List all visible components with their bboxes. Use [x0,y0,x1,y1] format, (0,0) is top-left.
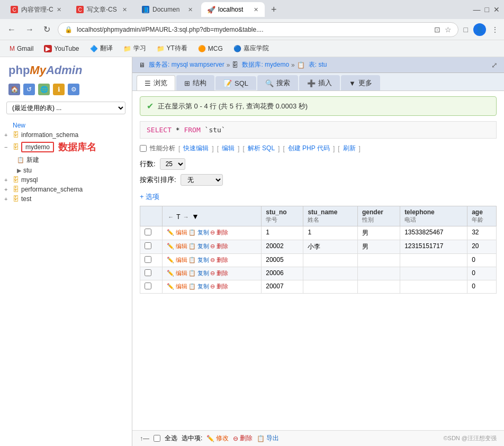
row-copy-button[interactable]: 📋 复制 [188,242,209,250]
row-copy-button[interactable]: 📋 复制 [188,256,209,264]
row-edit-button[interactable]: ✏️ 编辑 [167,229,187,236]
row-delete-button[interactable]: ⊖ 删除 [210,242,228,250]
sql-table-name: `stu` [205,126,226,134]
th-gender[interactable]: gender 性别 [358,206,400,226]
tab-browse[interactable]: ☰ 浏览 [137,75,175,90]
db-item-performance-schema[interactable]: + 🗄 performance_schema [0,185,132,194]
row-count-select[interactable]: 25 [160,158,185,170]
sidebar-item-new-table[interactable]: 📋 新建 [0,154,132,166]
row-checkbox[interactable] [145,256,151,263]
sort-select[interactable]: 无 [181,174,223,186]
row-checkbox[interactable] [145,283,151,289]
close-button[interactable]: ✕ [493,5,500,14]
menu-icon[interactable]: ⋮ [491,25,499,34]
bookmark-mcg[interactable]: 🟠 MCG [194,44,227,53]
refresh-link[interactable]: 刷新 [343,144,356,153]
row-edit-button[interactable]: ✏️ 编辑 [167,283,187,290]
row-delete-button[interactable]: ⊖ 删除 [210,269,228,277]
row-edit-button[interactable]: ✏️ 编辑 [167,269,187,277]
tab-insert[interactable]: ➕ 插入 [299,75,340,90]
tab-2[interactable]: C 写文章-CS ✕ [70,2,133,17]
tab-structure[interactable]: ⊞ 结构 [176,75,214,90]
row-checkbox[interactable] [145,242,151,249]
create-php-link[interactable]: 创建 PHP 代码 [288,144,330,153]
row-copy-button[interactable]: 📋 复制 [188,269,209,277]
edit-link[interactable]: 编辑 [222,144,235,153]
tab-insert-label: 插入 [318,78,332,88]
address-input[interactable]: 🔒 localhost/phpmyadmin/#PMAURL-3:sql.php… [58,22,458,37]
quick-edit-link[interactable]: 快速编辑 [183,144,209,153]
th-telephone[interactable]: telephone 电话 [400,206,467,226]
tab-4[interactable]: 🚀 localhost ✕ [201,2,265,17]
export-button[interactable]: 📋 导出 [257,434,279,443]
bookmark-jiayin-label: 嘉应学院 [244,44,269,53]
bottom-bar: ↑— 全选 选中项: ✏️ 修改 ⊖ 删除 📋 导出 ©SDN @汪汪想变强 [132,430,504,446]
refresh-button[interactable]: ↻ [41,22,52,37]
bookmark-study[interactable]: 📁 学习 [119,43,150,54]
th-stu-no[interactable]: stu_no 学号 [262,206,303,226]
settings-icon[interactable]: ⚙ [68,84,79,95]
row-copy-button[interactable]: 📋 复制 [188,283,209,290]
row-edit-button[interactable]: ✏️ 编辑 [167,256,187,264]
row-checkbox[interactable] [145,269,151,276]
tab-1[interactable]: C 内容管理-C ✕ [4,2,68,17]
parse-sql-link[interactable]: 解析 SQL [248,144,275,153]
forward-button[interactable]: → [23,23,36,37]
breadcrumb-server[interactable]: 服务器: mysql wampserver [149,60,224,69]
db-item-mysql[interactable]: + 🗄 mysql [0,175,132,185]
row-copy-button[interactable]: 📋 复制 [188,229,209,236]
reload-icon[interactable]: ↺ [23,84,35,95]
delete-button[interactable]: ⊖ 删除 [233,434,253,443]
tab-3-close[interactable]: ✕ [188,6,193,13]
bookmark-jiayin[interactable]: 🔵 嘉应学院 [229,43,273,54]
bookmark-translate[interactable]: 🔷 翻译 [86,43,117,54]
bookmark-gmail[interactable]: M Gmail [5,44,38,53]
tab-search[interactable]: 🔍 搜索 [257,75,298,90]
profile-icon[interactable]: 👤 [473,23,486,36]
modify-button[interactable]: ✏️ 修改 [206,434,229,443]
bookmark-yt[interactable]: 📁 YT待看 [152,43,192,54]
back-button[interactable]: ← [5,23,18,37]
cell-stu-name: 小李 [303,240,358,254]
breadcrumb-table[interactable]: 表: stu [309,60,327,69]
row-delete-button[interactable]: ⊖ 删除 [210,256,228,264]
options-toggle[interactable]: + 选项 [140,192,497,202]
th-age[interactable]: age 年龄 [467,206,497,226]
row-delete-button[interactable]: ⊖ 删除 [210,283,228,290]
row-action-cell: ✏️ 编辑 📋 复制 ⊖ 删除 [163,254,262,267]
perf-analysis-checkbox[interactable] [140,145,147,152]
db-item-information-schema[interactable]: + 🗄 information_schema [0,130,132,140]
db-item-test[interactable]: + 🗄 test [0,194,132,204]
bookmark-youtube[interactable]: ▶ YouTube [40,44,83,53]
row-delete-button[interactable]: ⊖ 删除 [210,229,228,236]
db-select[interactable]: (最近使用的表) ... [6,102,125,114]
extensions-icon[interactable]: □ [464,25,468,34]
star-icon[interactable]: ☆ [445,25,452,34]
new-tab-button[interactable]: + [267,4,281,15]
home-icon[interactable]: 🏠 [8,84,20,95]
tab-3[interactable]: 📘 Documen ✕ [136,2,199,17]
share-icon[interactable]: ⊡ [434,25,440,34]
minimize-button[interactable]: — [473,5,481,14]
tab-1-close[interactable]: ✕ [57,6,61,13]
select-all-checkbox[interactable] [154,435,160,442]
db-item-mydemo[interactable]: − 🗄 mydemo 数据库名 [0,140,132,154]
tab-more[interactable]: ▼ 更多 [341,75,380,90]
sidebar-item-stu[interactable]: ▶ stu [0,166,132,175]
row-edit-button[interactable]: ✏️ 编辑 [167,242,187,250]
globe-icon[interactable]: 🌐 [38,84,50,95]
tab-3-favicon: 📘 [142,6,149,13]
db-item-new[interactable]: New [0,121,132,130]
selected-label: 选中项: [182,434,202,443]
th-stu-name[interactable]: stu_name 姓名 [303,206,358,226]
row-checkbox[interactable] [145,229,151,235]
breadcrumb-database[interactable]: 数据库: mydemo [242,60,289,69]
maximize-button[interactable]: □ [485,5,489,14]
th-checkbox [140,206,163,226]
info-icon[interactable]: ℹ [53,84,65,95]
tab-4-close[interactable]: ✕ [254,6,258,13]
tab-2-close[interactable]: ✕ [122,6,127,13]
panel-expand-icon[interactable]: ⤢ [491,61,498,69]
tab-sql[interactable]: 📝 SQL [215,76,256,90]
server-icon: 🖥 [139,61,145,69]
